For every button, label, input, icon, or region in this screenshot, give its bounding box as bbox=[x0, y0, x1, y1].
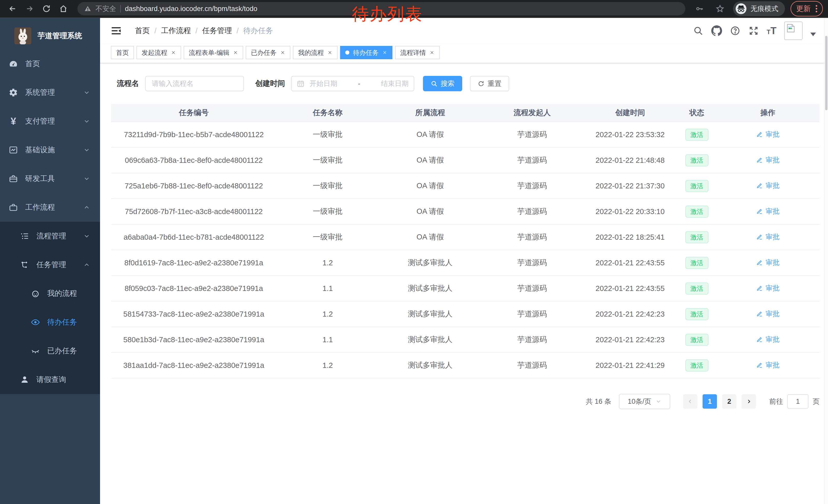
cell-task-name: 1.2 bbox=[277, 361, 379, 370]
tab-home[interactable]: 首页 bbox=[111, 46, 134, 59]
breadcrumb-workflow[interactable]: 工作流程 bbox=[161, 26, 191, 36]
approve-link[interactable]: 审批 bbox=[756, 360, 780, 370]
search-button[interactable]: 搜索 bbox=[423, 76, 462, 91]
next-page-button[interactable] bbox=[742, 394, 756, 409]
chevron-down-icon bbox=[83, 232, 90, 240]
help-button[interactable] bbox=[730, 26, 741, 36]
sidebar-collapse-icon[interactable] bbox=[111, 26, 122, 36]
sidebar-item-leave-query[interactable]: 请假查询 bbox=[0, 365, 100, 394]
approve-link[interactable]: 审批 bbox=[756, 181, 780, 190]
sidebar-item-label: 待办任务 bbox=[47, 317, 90, 327]
cell-starter: 芋道源码 bbox=[482, 232, 583, 242]
breadcrumb-home[interactable]: 首页 bbox=[135, 26, 150, 36]
approve-link[interactable]: 审批 bbox=[756, 130, 780, 139]
tab-my-process[interactable]: 我的流程 bbox=[293, 46, 338, 59]
browser-back-button[interactable] bbox=[5, 1, 20, 16]
cell-task-id: 8f0d1619-7ac8-11ec-a9e2-a2380e71991a bbox=[111, 259, 277, 267]
browser-update-button[interactable]: 更新 bbox=[791, 1, 823, 16]
sidebar-item-infrastructure[interactable]: 基础设施 bbox=[0, 136, 100, 164]
goto-page-input[interactable] bbox=[787, 394, 809, 409]
header-search-button[interactable] bbox=[693, 26, 704, 36]
close-icon[interactable] bbox=[327, 50, 332, 55]
sidebar-item-payment[interactable]: ¥ 支付管理 bbox=[0, 107, 100, 136]
approve-link[interactable]: 审批 bbox=[756, 258, 780, 267]
approve-link[interactable]: 审批 bbox=[756, 283, 780, 293]
page-size-select[interactable]: 10条/页 bbox=[619, 394, 670, 409]
key-icon bbox=[695, 4, 704, 13]
font-size-button[interactable]: TT bbox=[767, 26, 777, 36]
approve-link[interactable]: 审批 bbox=[756, 207, 780, 216]
close-icon[interactable] bbox=[429, 50, 434, 55]
cell-task-id: 069c6a63-7b8a-11ec-8ef0-acde48001122 bbox=[111, 156, 277, 165]
sidebar-item-system[interactable]: 系统管理 bbox=[0, 78, 100, 107]
sidebar-item-home[interactable]: 首页 bbox=[0, 49, 100, 78]
avatar-caret-icon[interactable] bbox=[810, 33, 816, 36]
close-icon[interactable] bbox=[280, 50, 285, 55]
cell-process: 测试多审批人 bbox=[379, 309, 482, 319]
password-manager-button[interactable] bbox=[692, 1, 707, 16]
page-button-2[interactable]: 2 bbox=[722, 394, 736, 409]
sidebar-item-label: 工作流程 bbox=[25, 202, 76, 213]
approve-link[interactable]: 审批 bbox=[756, 309, 780, 318]
approve-link[interactable]: 审批 bbox=[756, 155, 780, 165]
date-range-picker[interactable]: 开始日期 - 结束日期 bbox=[291, 76, 414, 91]
sidebar-item-todo-tasks[interactable]: 待办任务 bbox=[0, 308, 100, 336]
cell-create-time: 2022-01-21 22:43:55 bbox=[583, 259, 677, 267]
page-scrollbar[interactable] bbox=[824, 18, 828, 504]
browser-reload-button[interactable] bbox=[39, 1, 54, 16]
edit-pen-icon bbox=[756, 362, 763, 368]
tab-done-tasks[interactable]: 已办任务 bbox=[246, 46, 290, 59]
browser-menu-icon[interactable] bbox=[816, 5, 817, 12]
tab-process-detail[interactable]: 流程详情 bbox=[395, 46, 440, 59]
approve-link[interactable]: 审批 bbox=[756, 335, 780, 344]
reset-button-label: 重置 bbox=[488, 79, 501, 88]
incognito-icon bbox=[735, 3, 747, 15]
tab-start-process[interactable]: 发起流程 bbox=[136, 46, 181, 59]
cell-task-name: 一级审批 bbox=[277, 232, 379, 242]
reset-button[interactable]: 重置 bbox=[470, 76, 509, 91]
table-row: 069c6a63-7b8a-11ec-8ef0-acde48001122 一级审… bbox=[111, 147, 820, 173]
search-icon bbox=[693, 26, 703, 36]
scrollbar-thumb[interactable] bbox=[825, 36, 827, 110]
process-name-input[interactable] bbox=[145, 76, 244, 91]
tab-todo-tasks[interactable]: 待办任务 bbox=[340, 46, 392, 59]
close-icon[interactable] bbox=[382, 50, 387, 55]
sidebar-item-my-process[interactable]: 我的流程 bbox=[0, 279, 100, 308]
browser-forward-button[interactable] bbox=[22, 1, 37, 16]
approve-link[interactable]: 审批 bbox=[756, 232, 780, 241]
page-button-1[interactable]: 1 bbox=[703, 394, 717, 409]
tab-process-form-edit[interactable]: 流程表单-编辑 bbox=[184, 46, 243, 59]
fullscreen-button[interactable] bbox=[748, 26, 759, 36]
browser-home-button[interactable] bbox=[56, 1, 71, 16]
app-logo-row[interactable]: 芋道管理系统 bbox=[0, 18, 100, 49]
user-avatar[interactable] bbox=[784, 21, 802, 40]
status-badge: 激活 bbox=[686, 129, 708, 141]
edit-pen-icon bbox=[756, 259, 763, 266]
github-icon bbox=[711, 26, 722, 36]
robot-face-icon bbox=[31, 289, 40, 298]
edit-pen-icon bbox=[756, 131, 763, 138]
cell-process: 测试多审批人 bbox=[379, 334, 482, 345]
toolbox-icon bbox=[9, 174, 18, 183]
breadcrumb-task-mgmt[interactable]: 任务管理 bbox=[202, 26, 232, 36]
col-task-name: 任务名称 bbox=[277, 108, 379, 118]
sidebar-item-done-tasks[interactable]: 已办任务 bbox=[0, 336, 100, 365]
sidebar-item-task-mgmt[interactable]: 任务管理 bbox=[0, 250, 100, 279]
prev-page-button[interactable] bbox=[683, 394, 697, 409]
sidebar-item-label: 我的流程 bbox=[47, 288, 90, 299]
table-header: 任务编号 任务名称 所属流程 流程发起人 创建时间 状态 操作 bbox=[111, 104, 820, 122]
cell-task-name: 一级审批 bbox=[277, 130, 379, 140]
cell-process: OA 请假 bbox=[379, 155, 482, 165]
sidebar-item-dev-tools[interactable]: 研发工具 bbox=[0, 164, 100, 193]
github-link[interactable] bbox=[711, 26, 722, 36]
yen-icon: ¥ bbox=[9, 117, 18, 126]
sidebar-item-workflow[interactable]: 工作流程 bbox=[0, 193, 100, 222]
close-icon[interactable] bbox=[233, 50, 238, 55]
close-icon[interactable] bbox=[171, 50, 176, 55]
chevron-right-icon bbox=[746, 398, 752, 405]
main-area: 首页 / 工作流程 / 任务管理 / 待办任务 bbox=[100, 18, 825, 504]
screen: 不安全 dashboard.yudao.iocoder.cn/bpm/task/… bbox=[0, 0, 828, 504]
home-icon bbox=[59, 4, 68, 13]
sidebar-item-process-mgmt[interactable]: 流程管理 bbox=[0, 222, 100, 250]
bookmark-button[interactable] bbox=[713, 1, 728, 16]
